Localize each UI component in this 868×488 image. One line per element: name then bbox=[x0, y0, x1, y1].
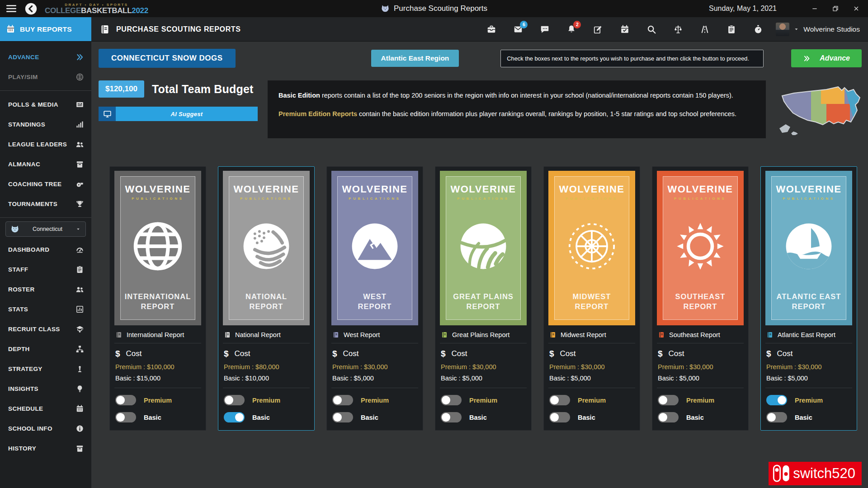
sidebar-item-label: ROSTER bbox=[8, 286, 35, 293]
briefcase-icon[interactable] bbox=[486, 24, 496, 34]
sidebar-item-strategy[interactable]: STRATEGY bbox=[0, 359, 91, 379]
sidebar-item-almanac[interactable]: ALMANAC bbox=[0, 154, 91, 174]
game-logo: DRAFT • DAY • SPORTS COLLEGEBASKETBALL20… bbox=[45, 3, 148, 15]
restore-button[interactable] bbox=[832, 5, 839, 12]
menu-icon[interactable] bbox=[5, 3, 17, 14]
basic-toggle-row[interactable]: Basic bbox=[658, 412, 743, 422]
switch-logo-icon bbox=[772, 464, 791, 483]
back-button[interactable] bbox=[24, 2, 38, 15]
sidebar-item-stats[interactable]: STATS bbox=[0, 299, 91, 319]
us-region-map bbox=[776, 80, 866, 138]
premium-toggle-row[interactable]: Premium bbox=[332, 395, 417, 405]
divider bbox=[223, 388, 310, 388]
search-icon[interactable] bbox=[646, 24, 656, 34]
ai-suggest-button[interactable]: AI Suggest bbox=[99, 107, 258, 121]
cover-publisher: PUBLICATIONS bbox=[457, 197, 509, 201]
basic-toggle[interactable] bbox=[332, 412, 353, 422]
divider bbox=[331, 388, 418, 388]
premium-toggle[interactable] bbox=[332, 395, 353, 405]
dollar-icon: $ bbox=[658, 349, 663, 359]
basic-toggle[interactable] bbox=[115, 412, 136, 422]
premium-toggle[interactable] bbox=[658, 395, 679, 405]
basic-toggle[interactable] bbox=[441, 412, 462, 422]
basic-toggle-label: Basic bbox=[252, 414, 270, 421]
basic-toggle-row[interactable]: Basic bbox=[441, 412, 526, 422]
sidebar-item-label: COACHING TREE bbox=[8, 181, 61, 188]
basic-toggle[interactable] bbox=[658, 412, 679, 422]
basic-toggle-row[interactable]: Basic bbox=[549, 412, 634, 422]
account-menu[interactable]: Wolverine Studios bbox=[776, 17, 868, 41]
clipboard-icon[interactable] bbox=[726, 24, 736, 34]
sidebar-item-dashboard[interactable]: DASHBOARD bbox=[0, 239, 91, 259]
sidebar-item-league-leaders[interactable]: LEAGUE LEADERS bbox=[0, 134, 91, 154]
road-icon[interactable] bbox=[700, 24, 710, 34]
cover-publisher: PUBLICATIONS bbox=[240, 197, 292, 201]
close-button[interactable] bbox=[853, 5, 860, 12]
cover-brand: WOLVERINE bbox=[233, 183, 299, 195]
premium-toggle[interactable] bbox=[115, 395, 136, 405]
premium-toggle-row[interactable]: Premium bbox=[766, 395, 851, 405]
report-name: National Report bbox=[224, 331, 309, 338]
team-name-button[interactable]: CONNECTICUT SNOW DOGS bbox=[99, 49, 236, 68]
budget-section: $120,100 Total Team Budget AI Suggest bbox=[99, 80, 258, 138]
nav-bar: BUY REPORTS PURCHASE SCOUTING REPORTS 6 … bbox=[0, 17, 868, 42]
sidebar-item-recruit-class[interactable]: RECRUIT CLASS bbox=[0, 319, 91, 339]
cover-region-title: SOUTHEASTREPORT bbox=[675, 292, 726, 311]
sidebar-item-school-info[interactable]: SCHOOL INFO bbox=[0, 418, 91, 438]
sidebar-item-advance[interactable]: ADVANCE bbox=[0, 47, 91, 67]
premium-toggle-row[interactable]: Premium bbox=[115, 395, 200, 405]
sidebar-item-staff[interactable]: STAFF bbox=[0, 259, 91, 279]
basic-toggle[interactable] bbox=[766, 412, 787, 422]
basic-toggle-label: Basic bbox=[469, 414, 487, 421]
sidebar-item-tournaments[interactable]: TOURNAMENTS bbox=[0, 194, 91, 214]
edit-icon[interactable] bbox=[593, 24, 603, 34]
notification-badge: 2 bbox=[573, 21, 581, 28]
archive-icon bbox=[75, 444, 84, 453]
bell-icon[interactable]: 2 bbox=[566, 24, 576, 34]
stopwatch-icon[interactable] bbox=[753, 24, 763, 34]
account-name: Wolverine Studios bbox=[803, 25, 860, 33]
sidebar-item-coaching-tree[interactable]: COACHING TREE bbox=[0, 174, 91, 194]
basic-toggle-row[interactable]: Basic bbox=[115, 412, 200, 422]
premium-toggle-row[interactable]: Premium bbox=[224, 395, 309, 405]
minimize-button[interactable] bbox=[811, 5, 818, 12]
sidebar-item-label: TOURNAMENTS bbox=[8, 201, 57, 207]
premium-toggle-row[interactable]: Premium bbox=[549, 395, 634, 405]
sidebar-item-insights[interactable]: INSIGHTS bbox=[0, 379, 91, 399]
report-card-west-report: WOLVERINE PUBLICATIONS WESTREPORT West R… bbox=[326, 166, 423, 431]
advance-button[interactable]: Advance bbox=[791, 49, 862, 67]
divider bbox=[0, 217, 91, 218]
premium-toggle[interactable] bbox=[224, 395, 245, 405]
sidebar-item-depth[interactable]: DEPTH bbox=[0, 339, 91, 359]
calendar-check-icon[interactable] bbox=[620, 24, 630, 34]
basic-toggle-row[interactable]: Basic bbox=[766, 412, 851, 422]
basic-toggle-row[interactable]: Basic bbox=[332, 412, 417, 422]
sidebar-item-label: STRATEGY bbox=[8, 366, 42, 372]
premium-toggle[interactable] bbox=[766, 395, 787, 405]
basic-toggle-row[interactable]: Basic bbox=[224, 412, 309, 422]
basic-toggle[interactable] bbox=[224, 412, 245, 422]
premium-toggle[interactable] bbox=[549, 395, 570, 405]
premium-toggle[interactable] bbox=[441, 395, 462, 405]
envelope-icon[interactable]: 6 bbox=[513, 24, 523, 34]
sidebar-item-history[interactable]: HISTORY bbox=[0, 438, 91, 458]
chat-icon[interactable] bbox=[540, 24, 550, 34]
buy-reports-tab[interactable]: BUY REPORTS bbox=[0, 17, 91, 41]
scales-icon[interactable] bbox=[673, 24, 683, 34]
cover-brand: WOLVERINE bbox=[559, 183, 624, 195]
premium-toggle-row[interactable]: Premium bbox=[441, 395, 526, 405]
sidebar-item-standings[interactable]: STANDINGS bbox=[0, 114, 91, 134]
basic-toggle[interactable] bbox=[549, 412, 570, 422]
sidebar-item-label: STATS bbox=[8, 306, 28, 313]
sidebar-item-roster[interactable]: ROSTER bbox=[0, 279, 91, 299]
cover-region-title: GREAT PLAINSREPORT bbox=[453, 292, 514, 311]
cover-publisher: PUBLICATIONS bbox=[783, 197, 835, 201]
whistle-icon bbox=[75, 180, 84, 188]
divider bbox=[657, 388, 744, 388]
team-select[interactable]: Connecticut bbox=[5, 221, 86, 237]
sidebar-item-polls-media[interactable]: POLLS & MEDIA bbox=[0, 94, 91, 114]
sidebar-item-play-sim[interactable]: PLAY/SIM bbox=[0, 67, 91, 87]
region-button[interactable]: Atlantic East Region bbox=[371, 50, 459, 67]
sidebar-item-schedule[interactable]: SCHEDULE bbox=[0, 399, 91, 418]
premium-toggle-row[interactable]: Premium bbox=[658, 395, 743, 405]
